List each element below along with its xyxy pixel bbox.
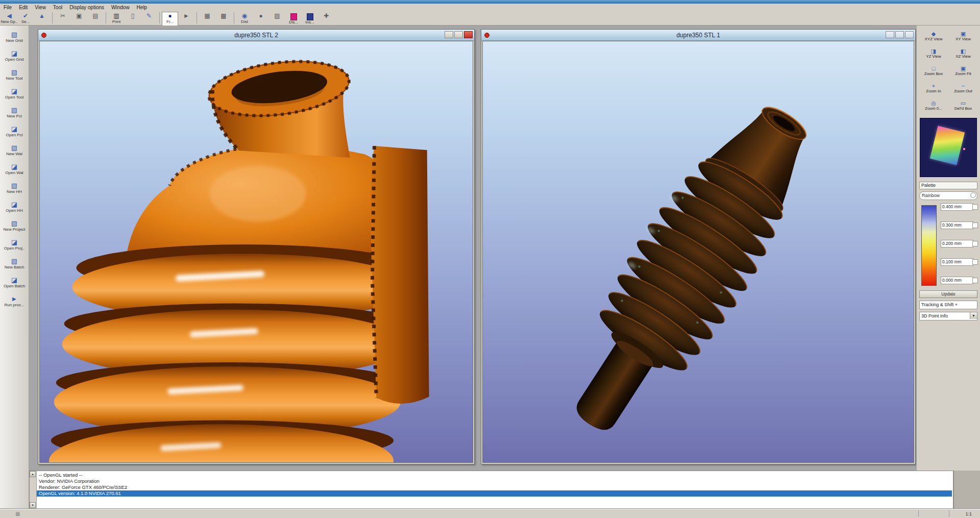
check-icon: ✔ [23,12,28,20]
sidebar-item-run-process[interactable]: ►Run proc... [0,295,29,312]
xy-view-button[interactable]: ▣XY View [949,28,977,44]
mesh-button[interactable]: ▨ [269,12,285,26]
sidebar-item-open-hh[interactable]: ◪Open HH [0,201,29,217]
grid-large-button[interactable]: ▩ [215,12,232,26]
point-info-select[interactable]: 3D Point Info ▼ [919,312,977,320]
viewport-3d-right[interactable] [482,41,914,463]
accept-button[interactable]: ✔Se... [17,12,34,26]
xyz-view-icon: ◆ [932,31,936,37]
sidebar-item-new-project[interactable]: ▧New Project [0,219,29,236]
up-button[interactable]: ▲ [34,12,50,26]
printer-icon: ▥ [113,12,119,20]
display-swatch-button[interactable]: Dis... [285,12,302,26]
minimize-button[interactable] [445,31,453,38]
cursor-button[interactable]: ► [178,12,194,26]
print-button[interactable]: ▥Print [108,12,125,26]
frame-mode-button[interactable]: ●Fr... [162,12,178,26]
cut-button[interactable]: ✂ [55,12,71,26]
zoom-out-button[interactable]: −Zoom Out [949,80,977,96]
log-corner-panel [953,471,980,509]
copy-button[interactable]: ▣ [71,12,87,26]
new-project-icon: ▧ [11,219,17,227]
scale-checkbox-1[interactable] [972,204,978,210]
palette-preview-panel[interactable] [920,118,977,177]
scale-checkbox-2[interactable] [972,223,978,228]
left-sidebar: ▧New Grid ◪Open Grid ▧New Tool ◪Open Too… [0,26,29,509]
menu-edit[interactable]: Edit [15,4,31,11]
xyz-view-button[interactable]: ◆XYZ View [919,28,948,44]
scale-value-field-2[interactable]: 0.300 mm [941,221,973,229]
palette-preview-plane [930,126,965,165]
sidebar-item-open-pcl[interactable]: ◪Open Pcl [0,125,29,142]
zoom-zero-button[interactable]: ◎Zoom 0... [919,97,948,114]
log-scrollbar[interactable]: ▲ ▼ [30,471,37,508]
scroll-up-icon[interactable]: ▲ [30,471,36,477]
viewport-3d-left[interactable] [39,41,473,463]
mesh-icon: ▨ [274,12,280,20]
sidebar-item-new-pcl[interactable]: ▧New Pcl [0,106,29,123]
scale-checkbox-4[interactable] [972,259,978,265]
log-line-selected[interactable]: OpenGL version: 4.1.0 NVIDIA 270.61 [37,490,952,497]
grid-small-button[interactable]: ▦ [199,12,215,26]
view-buttons-grid: ◆XYZ View ▣XY View ◨YZ View ◧XZ View □Zo… [919,28,977,114]
distance-button[interactable]: ◉Dist [236,12,253,26]
palette-select[interactable]: Rainbow [919,191,977,200]
sidebar-item-open-wal[interactable]: ◪Open Wal [0,163,29,180]
window-titlebar[interactable]: dupre350 STL 2 [38,30,474,41]
sidebar-item-new-batch[interactable]: ▧New Batch [0,257,29,274]
scale-value-field-4[interactable]: 0.100 mm [941,258,973,266]
status-divider [949,510,949,517]
close-button[interactable] [905,31,914,38]
zoom-box-icon: □ [932,65,936,71]
maximize-button[interactable] [454,31,463,38]
pan-button[interactable]: ✚ [318,12,334,26]
scale-value-field-3[interactable]: 0.200 mm [941,240,973,248]
menu-file[interactable]: File [0,4,15,11]
yz-view-icon: ◨ [931,48,936,54]
back-button[interactable]: ◀New Dp.. [1,12,17,26]
scale-checkbox-5[interactable] [972,278,978,283]
minimize-button[interactable] [886,31,894,38]
menu-help[interactable]: Help [133,4,151,11]
sidebar-item-new-grid[interactable]: ▧New Grid [0,31,29,47]
zoom-in-button[interactable]: +Zoom In [919,80,948,96]
pink-swatch-icon [290,13,297,20]
page-button[interactable]: ▯ [125,12,141,26]
menu-view[interactable]: View [31,4,50,11]
log-panel[interactable]: ▲ ▼ -- OpenGL started -- Vendor: NVIDIA … [29,471,953,509]
inspect-swatch-button[interactable]: Ins... [302,12,318,26]
open-hh-icon: ◪ [11,201,17,208]
scale-value-field-5[interactable]: 0.000 mm [941,277,973,284]
edit-button[interactable]: ✎ [141,12,157,26]
toolbar: ◀New Dp.. ✔Se... ▲ ✂ ▣ ▤ ▥Print ▯ ✎ ●Fr.… [0,11,980,26]
right-panel: ◆XYZ View ▣XY View ◨YZ View ◧XZ View □Zo… [916,26,980,471]
close-button[interactable] [464,31,473,38]
maximize-button[interactable] [895,31,904,38]
window-title: dupre350 STL 1 [481,32,915,39]
sidebar-item-new-tool[interactable]: ▧New Tool [0,68,29,85]
sidebar-item-new-hh[interactable]: ▧New HH [0,182,29,199]
yz-view-button[interactable]: ◨YZ View [919,45,948,62]
menu-display-options[interactable]: Display options [66,4,108,11]
zoom-fit-button[interactable]: ▣Zoom Fit [949,62,977,79]
sidebar-item-open-tool[interactable]: ◪Open Tool [0,87,29,104]
zoom-box-button[interactable]: □Zoom Box [919,62,948,79]
window-title-strip [0,0,980,4]
menu-tool[interactable]: Tool [50,4,66,11]
scale-checkbox-3[interactable] [972,241,978,246]
menu-window[interactable]: Window [108,4,133,11]
toolbar-separator [159,12,160,23]
scroll-down-icon[interactable]: ▼ [30,502,36,508]
sidebar-item-open-grid[interactable]: ◪Open Grid [0,50,29,66]
scale-value-field-1[interactable]: 0.400 mm [941,203,973,211]
defined-box-button[interactable]: ▭Def'd Box [949,97,977,114]
sidebar-item-open-project[interactable]: ◪Open Proj.. [0,238,29,255]
tracking-field[interactable]: Tracking & Shift + [919,301,977,309]
xz-view-button[interactable]: ◧XZ View [949,45,977,62]
sidebar-item-open-batch[interactable]: ◪Open Batch [0,276,29,293]
sphere-button[interactable]: ● [253,12,269,26]
window-titlebar[interactable]: dupre350 STL 1 [481,30,915,41]
paste-button[interactable]: ▤ [87,12,104,26]
update-scale-button[interactable]: Update [919,290,977,298]
sidebar-item-new-wal[interactable]: ▧New Wal [0,144,29,161]
